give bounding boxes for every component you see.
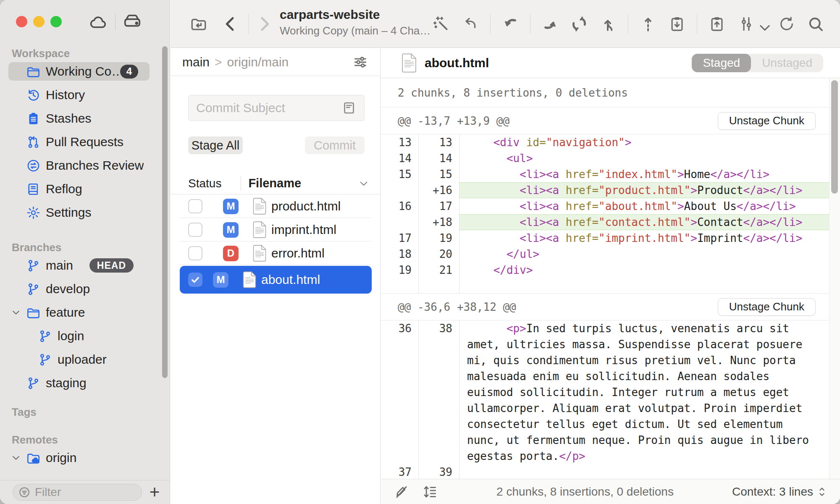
file-icon xyxy=(252,245,267,262)
sidebar-item-origin[interactable]: origin xyxy=(0,446,170,470)
filter-input[interactable]: Filter xyxy=(13,484,142,501)
sidebar-item-label: Stashes xyxy=(46,111,91,126)
sliders-horizontal-icon[interactable] xyxy=(352,54,368,70)
stage-checkbox[interactable] xyxy=(188,199,202,213)
staged-toggle: Staged Unstaged xyxy=(692,54,823,72)
file-icon xyxy=(252,198,267,215)
old-line-number: 36 xyxy=(381,320,419,464)
breadcrumb-upstream[interactable]: origin/main xyxy=(227,55,289,69)
add-repository-button[interactable]: + xyxy=(145,483,164,501)
search-button[interactable] xyxy=(806,15,825,33)
context-lines-control[interactable]: Context: 3 lines xyxy=(732,485,827,499)
close-button[interactable] xyxy=(16,16,27,27)
file-icon xyxy=(242,271,257,288)
diff-line: 1313 <div id="navigation"> xyxy=(381,134,829,150)
push-arrow-button[interactable] xyxy=(541,15,559,33)
sync-arrows-button[interactable] xyxy=(570,15,588,33)
code-text: <li><a href="about.html">About Us</a></l… xyxy=(459,198,829,214)
wand-button[interactable] xyxy=(432,15,451,33)
stage-checkbox[interactable] xyxy=(188,273,202,287)
sidebar-item-label: Working Co… xyxy=(46,64,120,79)
unstash-clipboard-up-button[interactable] xyxy=(708,15,726,33)
code-text xyxy=(459,464,829,479)
code-text: <li><a href="index.html">Home</a></li> xyxy=(459,166,829,182)
diff-line: 1820 </ul> xyxy=(381,246,829,262)
branch-icon xyxy=(26,376,41,391)
diff-bottom-bar: 2 chunks, 8 insertions, 0 deletions Cont… xyxy=(381,479,840,504)
refresh-button[interactable] xyxy=(777,15,796,33)
chevron-down-icon[interactable] xyxy=(10,452,22,464)
file-row-imprint-html[interactable]: Mimprint.html xyxy=(171,218,380,242)
folder-icon xyxy=(26,305,41,320)
tab-staged[interactable]: Staged xyxy=(692,54,751,72)
column-filename[interactable]: Filename xyxy=(248,176,301,190)
stash-clipboard-down-button[interactable] xyxy=(668,15,686,33)
file-row-error-html[interactable]: Derror.html xyxy=(171,242,380,265)
diff-line: 1414 <ul> xyxy=(381,150,829,166)
breadcrumb-current-branch[interactable]: main xyxy=(182,55,210,69)
interactive-sliders-button[interactable] xyxy=(737,15,767,33)
commit-button[interactable]: Commit xyxy=(305,136,365,154)
new-line-number: 38 xyxy=(419,320,459,464)
diff-filename: about.html xyxy=(425,56,489,70)
sidebar-item-working-co[interactable]: Working Co…4 xyxy=(0,60,170,83)
chevron-down-icon[interactable] xyxy=(357,177,370,190)
sidebar-item-pull-requests[interactable]: Pull Requests xyxy=(0,130,170,154)
sidebar-scrollbar[interactable] xyxy=(162,46,168,378)
diff-scrollbar-track[interactable] xyxy=(829,78,840,479)
branch-icon xyxy=(26,282,41,297)
stage-checkbox[interactable] xyxy=(188,223,202,237)
diff-file-header: about.html Staged Unstaged xyxy=(381,48,840,78)
sidebar-item-history[interactable]: History xyxy=(0,83,170,107)
minimize-button[interactable] xyxy=(33,16,45,27)
file-row-product-html[interactable]: Mproduct.html xyxy=(171,194,380,218)
stage-checkbox[interactable] xyxy=(188,246,202,260)
toolbar-divider xyxy=(628,14,628,34)
column-status[interactable]: Status xyxy=(188,177,221,190)
merge-branch-button[interactable] xyxy=(599,15,617,33)
sidebar-item-branches-review[interactable]: Branches Review xyxy=(0,154,170,177)
section-label-branches: Branches xyxy=(0,241,170,254)
sidebar-item-stashes[interactable]: Stashes xyxy=(0,107,170,130)
rebase-arrow-button[interactable] xyxy=(639,15,657,33)
sidebar-item-login[interactable]: login xyxy=(0,324,170,348)
unstage-chunk-button[interactable]: Unstage Chunk xyxy=(718,298,816,316)
branch-icon xyxy=(38,329,52,344)
sidebar-item-reflog[interactable]: Reflog xyxy=(0,177,170,201)
diff-line: 1921 </div> xyxy=(381,262,829,278)
sidebar-item-develop[interactable]: develop xyxy=(0,277,170,301)
chevron-down-icon[interactable] xyxy=(10,307,22,318)
cloud-icon[interactable] xyxy=(88,12,108,32)
status-badge: M xyxy=(223,222,239,238)
tab-unstaged[interactable]: Unstaged xyxy=(751,54,823,72)
repo-subtitle: Working Copy (main – 4 Cha… xyxy=(280,24,431,37)
forward-button[interactable] xyxy=(254,13,275,34)
sidebar-footer: Filter + xyxy=(0,480,170,504)
pull-arrow-button[interactable] xyxy=(501,15,520,33)
chunk-body-1: 1313 <div id="navigation">1414 <ul>1515 … xyxy=(381,134,829,294)
old-line-number: 17 xyxy=(381,230,419,246)
drive-icon[interactable] xyxy=(122,12,142,32)
back-button[interactable] xyxy=(220,13,241,34)
open-repository-button[interactable] xyxy=(188,13,209,34)
commit-subject-input[interactable]: Commit Subject xyxy=(188,95,365,121)
chunk-header-2: @@ -36,6 +38,12 @@Unstage Chunk xyxy=(381,294,829,320)
sidebar-item-staging[interactable]: staging xyxy=(0,371,170,395)
sidebar-item-uploader[interactable]: uploader xyxy=(0,348,170,371)
file-row-about-html[interactable]: Mabout.html xyxy=(171,265,380,294)
line-spacing-icon[interactable] xyxy=(422,484,438,500)
sidebar-item-settings[interactable]: Settings xyxy=(0,201,170,224)
zoom-button[interactable] xyxy=(50,16,62,27)
undo-arrow-button[interactable] xyxy=(461,15,480,33)
stage-all-button[interactable]: Stage All xyxy=(188,136,243,154)
file-icon xyxy=(252,221,267,238)
unstage-chunk-button[interactable]: Unstage Chunk xyxy=(718,112,816,130)
pen-slash-icon[interactable] xyxy=(394,484,410,500)
sidebar-item-main[interactable]: mainHEAD xyxy=(0,254,170,277)
sidebar-item-label: uploader xyxy=(58,352,107,367)
branch-icon xyxy=(26,258,41,273)
sidebar-item-feature[interactable]: feature xyxy=(0,301,170,324)
sidebar-item-label: main xyxy=(46,258,73,273)
new-line-number: 15 xyxy=(419,166,459,182)
diff-scrollbar-thumb[interactable] xyxy=(831,80,838,194)
